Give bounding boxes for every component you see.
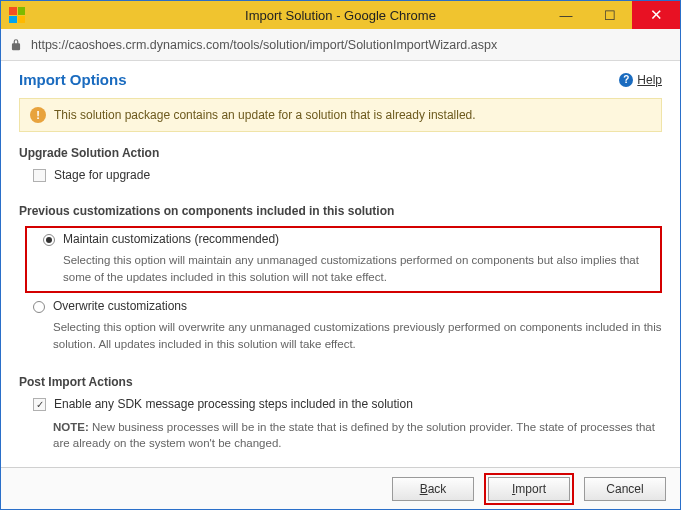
help-link[interactable]: ? Help [619, 73, 662, 87]
enable-sdk-checkbox[interactable] [33, 398, 46, 411]
maintain-customizations-desc: Selecting this option will maintain any … [63, 252, 654, 285]
help-label: Help [637, 73, 662, 87]
maximize-button[interactable]: ☐ [588, 1, 632, 29]
maintain-customizations-radio[interactable] [43, 234, 55, 246]
overwrite-customizations-label: Overwrite customizations [53, 299, 187, 313]
post-import-section-title: Post Import Actions [19, 375, 662, 389]
upgrade-section-title: Upgrade Solution Action [19, 146, 662, 160]
info-banner: ! This solution package contains an upda… [19, 98, 662, 132]
cancel-button[interactable]: Cancel [584, 477, 666, 501]
enable-sdk-label: Enable any SDK message processing steps … [54, 397, 413, 411]
overwrite-customizations-desc: Selecting this option will overwrite any… [53, 319, 662, 352]
close-button[interactable]: ✕ [632, 1, 680, 29]
banner-text: This solution package contains an update… [54, 108, 476, 122]
help-icon: ? [619, 73, 633, 87]
warning-icon: ! [30, 107, 46, 123]
back-button[interactable]: Back [392, 477, 474, 501]
page-content: Import Options ? Help ! This solution pa… [1, 61, 680, 467]
stage-for-upgrade-label: Stage for upgrade [54, 168, 150, 182]
page-heading: Import Options [19, 71, 127, 88]
import-button[interactable]: Import [488, 477, 570, 501]
import-highlight-box: Import [484, 473, 574, 505]
titlebar: Import Solution - Google Chrome ― ☐ ✕ [1, 1, 680, 29]
button-bar: Back Import Cancel [1, 467, 680, 509]
stage-for-upgrade-checkbox[interactable] [33, 169, 46, 182]
note-text: New business processes will be in the st… [53, 421, 655, 450]
note-prefix: NOTE: [53, 421, 89, 433]
url-text[interactable]: https://caoshoes.crm.dynamics.com/tools/… [31, 38, 672, 52]
overwrite-customizations-radio[interactable] [33, 301, 45, 313]
minimize-button[interactable]: ― [544, 1, 588, 29]
maintain-highlight-box: Maintain customizations (recommended) Se… [25, 226, 662, 293]
window-controls: ― ☐ ✕ [544, 1, 680, 29]
address-bar: https://caoshoes.crm.dynamics.com/tools/… [1, 29, 680, 61]
lock-icon [9, 38, 23, 52]
maintain-customizations-label: Maintain customizations (recommended) [63, 232, 279, 246]
customizations-section-title: Previous customizations on components in… [19, 204, 662, 218]
browser-window: Import Solution - Google Chrome ― ☐ ✕ ht… [0, 0, 681, 510]
post-import-note: NOTE: New business processes will be in … [53, 419, 662, 452]
